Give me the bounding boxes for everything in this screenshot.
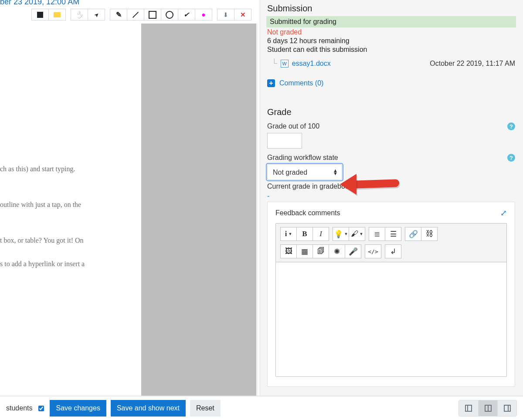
h5p-button[interactable]: ✺ xyxy=(329,244,345,258)
pdf-toolbar xyxy=(31,9,251,20)
layout-toggle-group xyxy=(458,400,517,417)
footer-bar: students Save changes Save and show next… xyxy=(0,396,523,420)
doc-text-line: s to add a hyperlink or insert a xyxy=(0,258,137,270)
file-date: October 22 2019, 11:17 AM xyxy=(430,60,515,68)
editor-toolbar: i▼ B I 💡▼ 🖌▼ ≣ ☰ 🔗 ⛓ 🖼 ▦ xyxy=(275,223,507,262)
image-button[interactable]: 🖼 xyxy=(280,244,297,258)
line-tool-icon[interactable] xyxy=(127,9,144,20)
doc-text-line: outline with just a tap, on the xyxy=(0,199,137,211)
file-row: └ W essay1.docx October 22 2019, 11:17 A… xyxy=(267,54,515,68)
layout-right-button[interactable] xyxy=(497,400,516,416)
bullet-list-button[interactable]: ≣ xyxy=(369,227,385,241)
notify-label: students xyxy=(6,404,32,412)
current-grade-value: - xyxy=(267,192,515,200)
select-tool-icon[interactable] xyxy=(88,9,105,20)
file-link[interactable]: essay1.docx xyxy=(292,60,331,68)
time-remaining: 6 days 12 hours remaining xyxy=(267,37,515,45)
status-submitted: Submitted for grading xyxy=(266,16,516,27)
save-and-next-button[interactable]: Save and show next xyxy=(111,400,186,417)
document-viewer[interactable]: ch as this) and start typing. outline wi… xyxy=(0,24,258,396)
workflow-state-select[interactable]: Not graded xyxy=(267,164,342,180)
rectangle-tool-icon[interactable] xyxy=(144,9,161,20)
feedback-textarea[interactable] xyxy=(275,262,507,377)
bold-button[interactable]: B xyxy=(296,227,313,241)
current-grade-label: Current grade in gradebook xyxy=(267,183,515,190)
hint-button[interactable]: 💡▼ xyxy=(333,227,349,241)
save-button[interactable]: Save changes xyxy=(50,400,106,417)
media-button[interactable]: ▦ xyxy=(296,244,313,258)
expand-comments-icon[interactable]: + xyxy=(267,79,275,87)
toolbar-toggle-button[interactable]: i▼ xyxy=(280,227,297,241)
notify-checkbox[interactable] xyxy=(38,406,44,411)
stamp-tool-icon[interactable] xyxy=(217,9,234,20)
editable-notice: Student can edit this submission xyxy=(267,46,515,54)
help-icon[interactable]: ? xyxy=(507,122,515,130)
brush-button[interactable]: 🖌▼ xyxy=(349,227,365,241)
comments-link[interactable]: Comments (0) xyxy=(279,79,323,87)
feedback-label: Feedback comments xyxy=(275,209,340,217)
tree-branch-icon: └ xyxy=(272,59,277,68)
due-date-partial: ber 23 2019, 12:00 AM xyxy=(0,0,79,7)
files-button[interactable]: 🗐 xyxy=(312,244,329,258)
grade-heading: Grade xyxy=(267,107,515,117)
grade-input[interactable] xyxy=(267,133,302,149)
unlink-button[interactable]: ⛓ xyxy=(421,227,438,241)
italic-button[interactable]: I xyxy=(312,227,329,241)
layout-split-button[interactable] xyxy=(478,400,497,416)
expand-editor-icon[interactable]: ⤢ xyxy=(500,208,507,218)
color-drop-icon[interactable] xyxy=(195,9,212,20)
help-icon[interactable]: ? xyxy=(507,154,515,162)
word-file-icon: W xyxy=(281,60,289,68)
reset-button[interactable]: Reset xyxy=(190,400,221,417)
microphone-button[interactable]: 🎤 xyxy=(345,244,361,258)
delete-annotation-icon[interactable] xyxy=(234,9,251,20)
link-button[interactable]: 🔗 xyxy=(405,227,421,241)
html-button[interactable]: </> xyxy=(365,244,381,258)
doc-text-line: t box, or table? You got it! On xyxy=(0,234,137,247)
oval-tool-icon[interactable] xyxy=(161,9,178,20)
layout-left-button[interactable] xyxy=(459,400,478,416)
number-list-button[interactable]: ☰ xyxy=(385,227,401,241)
document-page: ch as this) and start typing. outline wi… xyxy=(0,24,141,396)
comment-color-icon[interactable] xyxy=(48,9,66,20)
pen-tool-icon[interactable] xyxy=(110,9,127,20)
status-not-graded: Not graded xyxy=(267,28,515,36)
highlight-tool-icon[interactable] xyxy=(178,9,195,20)
grading-panel: Submission Submitted for grading Not gra… xyxy=(260,0,523,396)
submission-heading: Submission xyxy=(267,3,515,14)
page-view-icon[interactable] xyxy=(31,9,49,20)
drag-tool-icon[interactable] xyxy=(71,9,88,20)
feedback-box: Feedback comments ⤢ i▼ B I 💡▼ 🖌▼ ≣ ☰ xyxy=(267,202,515,387)
grade-out-of-label: Grade out of 100 xyxy=(267,122,319,130)
workflow-state-label: Grading workflow state xyxy=(267,154,338,161)
direction-button[interactable]: ↲ xyxy=(385,244,401,258)
doc-text-line: ch as this) and start typing. xyxy=(0,163,137,175)
